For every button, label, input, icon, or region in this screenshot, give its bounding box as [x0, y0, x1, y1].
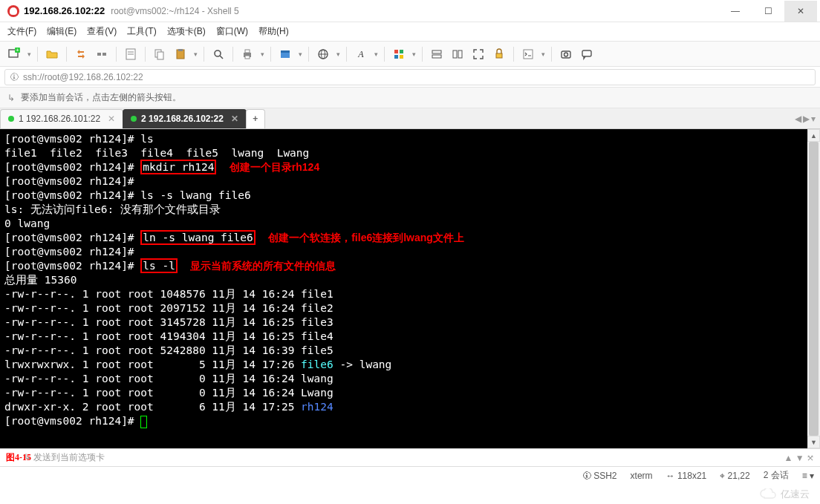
title-ip: 192.168.26.102:22: [24, 5, 105, 16]
properties-button[interactable]: [121, 45, 140, 64]
tab-next-button[interactable]: ▶: [803, 114, 810, 124]
status-dot-icon: [8, 116, 14, 122]
tab-session-1[interactable]: 1 192.168.26.101:22 ✕: [0, 109, 123, 128]
highlight-mkdir: mkdir rh124: [140, 160, 216, 174]
titlebar: 192.168.26.102:22 root@vms002:~/rh124 - …: [0, 0, 820, 22]
status-size: ↔ 118x21: [666, 471, 707, 481]
encoding-dropdown[interactable]: ▾: [334, 50, 342, 58]
annotation-mkdir: 创建一个目录rh124: [230, 161, 319, 173]
svg-rect-29: [453, 50, 457, 58]
svg-rect-24: [400, 50, 403, 53]
address-bar: 🛈 ssh://root@192.168.26.102:22: [0, 67, 820, 88]
terminal-scrollbar[interactable]: ▲ ▼: [807, 129, 820, 448]
color-dropdown[interactable]: ▾: [410, 50, 417, 58]
color-button[interactable]: [389, 45, 409, 64]
svg-rect-32: [524, 50, 533, 59]
font-button[interactable]: A: [351, 45, 371, 64]
svg-rect-15: [245, 50, 250, 53]
tile-vert-button[interactable]: [448, 45, 467, 64]
address-field[interactable]: 🛈 ssh://root@192.168.26.102:22: [4, 69, 816, 85]
xftp-dropdown[interactable]: ▾: [296, 50, 304, 58]
print-button[interactable]: [238, 45, 257, 64]
svg-text:+: +: [16, 48, 19, 53]
menu-tools[interactable]: 工具(T): [127, 25, 156, 38]
script-dropdown[interactable]: ▾: [539, 50, 547, 58]
compose-up-button[interactable]: ▲: [784, 453, 793, 463]
new-session-dropdown[interactable]: ▾: [25, 50, 33, 58]
tab-label: 1 192.168.26.101:22: [19, 114, 100, 124]
close-button[interactable]: ✕: [784, 1, 817, 22]
compose-pin-button[interactable]: ⤧: [807, 453, 814, 463]
menu-view[interactable]: 查看(V): [87, 25, 117, 38]
status-dot-icon: [131, 116, 137, 122]
status-termtype: xterm: [631, 471, 653, 481]
toolbar-separator: [422, 47, 423, 62]
toolbar-separator: [270, 47, 271, 62]
tab-list-dropdown[interactable]: ▾: [811, 114, 816, 124]
open-button[interactable]: [42, 45, 62, 64]
svg-rect-25: [394, 55, 398, 59]
toolbar-separator: [37, 47, 38, 62]
svg-rect-4: [102, 53, 106, 56]
svg-rect-28: [432, 55, 441, 58]
statusbar: 🛈 SSH2 xterm ↔ 118x21 ⌖ 21,22 2 会话 ≡ ▾: [0, 466, 820, 484]
tab-session-2[interactable]: 2 192.168.26.102:22 ✕: [123, 109, 247, 128]
svg-rect-26: [400, 55, 403, 59]
print-dropdown[interactable]: ▾: [258, 50, 266, 58]
xftp-button[interactable]: [276, 45, 295, 64]
script-button[interactable]: [518, 45, 538, 64]
tab-add-button[interactable]: +: [246, 109, 265, 128]
status-protocol: 🛈 SSH2: [582, 471, 617, 481]
tab-prev-button[interactable]: ◀: [795, 114, 801, 124]
send-hint: ↳ 发送到当前选项卡: [24, 451, 105, 464]
font-dropdown[interactable]: ▾: [372, 50, 380, 58]
menu-edit[interactable]: 编辑(E): [47, 25, 77, 38]
terminal-pane: [root@vms002 rh124]# ls file1 file2 file…: [0, 129, 820, 448]
terminal[interactable]: [root@vms002 rh124]# ls file1 file2 file…: [0, 129, 807, 448]
find-button[interactable]: [209, 45, 228, 64]
menu-window[interactable]: 窗口(W): [216, 25, 248, 38]
svg-rect-11: [178, 49, 183, 51]
paste-dropdown[interactable]: ▾: [192, 50, 199, 58]
toolbar: + ▾ ▾ ▾ ▾ ▾ A ▾ ▾ ▾: [0, 42, 820, 67]
copy-button[interactable]: [150, 45, 169, 64]
encoding-button[interactable]: [313, 45, 333, 64]
address-text: ssh://root@192.168.26.102:22: [23, 72, 143, 82]
toolbar-separator: [513, 47, 514, 62]
lock-button[interactable]: [489, 45, 509, 64]
new-session-button[interactable]: +: [4, 45, 24, 64]
maximize-button[interactable]: ☐: [752, 1, 784, 22]
disconnect-button[interactable]: [92, 45, 111, 64]
tab-close-icon[interactable]: ✕: [231, 114, 238, 124]
highlight-lsl: ls -l: [140, 258, 178, 273]
maximize-icon: ☐: [764, 6, 772, 16]
fullscreen-button[interactable]: [469, 45, 488, 64]
svg-rect-31: [496, 53, 502, 58]
scroll-track[interactable]: [807, 142, 820, 436]
chat-button[interactable]: [577, 45, 596, 64]
menu-help[interactable]: 帮助(H): [258, 25, 289, 38]
menu-tabs[interactable]: 选项卡(B): [167, 25, 206, 38]
scroll-thumb[interactable]: [809, 142, 819, 436]
compose-down-button[interactable]: ▼: [795, 453, 804, 463]
svg-rect-27: [432, 50, 441, 53]
figure-label: 图4-15: [6, 451, 31, 464]
hint-bar: ↳ 要添加当前会话，点击左侧的箭头按钮。: [0, 88, 820, 108]
hint-arrow-icon[interactable]: ↳: [7, 93, 15, 103]
highlight-ln: ln -s lwang file6: [140, 230, 255, 245]
capture-button[interactable]: [556, 45, 576, 64]
svg-rect-16: [245, 56, 250, 59]
svg-rect-9: [157, 52, 163, 59]
reconnect-button[interactable]: [71, 45, 91, 64]
paste-button[interactable]: [171, 45, 190, 64]
scroll-down-button[interactable]: ▼: [807, 436, 820, 448]
menu-file[interactable]: 文件(F): [7, 25, 36, 38]
status-menu[interactable]: ≡ ▾: [802, 471, 814, 481]
tile-horiz-button[interactable]: [427, 45, 446, 64]
scroll-up-button[interactable]: ▲: [807, 129, 820, 142]
annotation-lsl: 显示当前系统的所有文件的信息: [190, 260, 336, 272]
tab-close-icon[interactable]: ✕: [108, 114, 115, 124]
watermark: 亿速云: [758, 488, 810, 501]
status-cursor-pos: ⌖ 21,22: [720, 471, 749, 481]
minimize-button[interactable]: —: [719, 1, 752, 22]
